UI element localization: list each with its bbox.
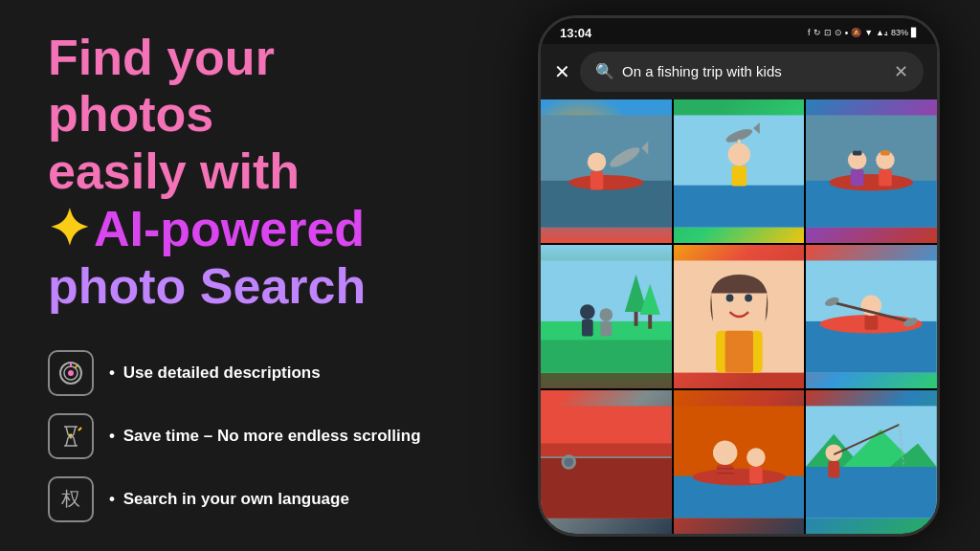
svg-rect-45 — [724, 330, 752, 372]
svg-point-58 — [564, 457, 573, 467]
svg-rect-30 — [541, 320, 672, 372]
svg-rect-33 — [582, 319, 593, 336]
feature-item-2: • Save time – No more endless scrolling — [48, 413, 450, 459]
clear-search-button[interactable]: ✕ — [894, 61, 908, 82]
svg-rect-61 — [674, 475, 805, 518]
svg-rect-14 — [674, 185, 805, 227]
svg-point-42 — [725, 294, 733, 301]
svg-rect-68 — [749, 466, 763, 483]
svg-line-51 — [835, 302, 909, 321]
headline-line3: ✦AI-powered — [48, 201, 450, 258]
photo-4[interactable] — [541, 245, 672, 388]
svg-rect-29 — [541, 260, 672, 372]
photo-9[interactable] — [806, 390, 937, 534]
status-time: 13:04 — [560, 26, 591, 40]
search-icon: 🔍 — [595, 62, 614, 80]
svg-point-63 — [713, 440, 737, 464]
language-icon: 权 — [48, 476, 94, 522]
svg-marker-72 — [843, 429, 918, 466]
svg-point-43 — [745, 294, 752, 301]
svg-rect-31 — [541, 340, 672, 372]
feature-item-3: 权 • Search in your own language — [48, 476, 450, 522]
svg-rect-20 — [806, 115, 937, 227]
svg-rect-60 — [674, 406, 805, 518]
svg-point-41 — [711, 275, 768, 331]
svg-rect-46 — [806, 260, 937, 372]
feature-text-3: • Search in your own language — [109, 490, 349, 509]
svg-rect-26 — [879, 169, 892, 187]
photo-1[interactable] — [541, 99, 672, 243]
right-panel: 13:04 f ↻ ⊡ ⊙ • 🔕 ▼ ▲₄ 83% ▊ ✕ 🔍 On a fi… — [498, 0, 980, 551]
photo-6[interactable] — [806, 245, 937, 388]
svg-point-74 — [826, 444, 843, 461]
svg-line-77 — [900, 424, 904, 466]
svg-rect-7 — [541, 180, 672, 227]
svg-rect-21 — [806, 180, 937, 227]
signal-icon: ▲₄ — [876, 28, 888, 37]
svg-line-4 — [75, 365, 78, 368]
svg-point-48 — [820, 315, 923, 334]
svg-rect-64 — [717, 464, 734, 483]
svg-point-53 — [902, 316, 919, 328]
left-panel: Find your photos easily with ✦AI-powered… — [0, 0, 498, 551]
headline: Find your photos easily with ✦AI-powered… — [48, 30, 450, 316]
svg-point-34 — [599, 308, 612, 321]
search-query-text: On a fishing trip with kids — [622, 63, 886, 79]
svg-rect-28 — [880, 150, 890, 155]
svg-marker-37 — [625, 275, 647, 312]
svg-point-52 — [824, 296, 840, 308]
svg-line-5 — [78, 428, 81, 430]
svg-rect-10 — [590, 171, 604, 190]
svg-point-9 — [588, 152, 607, 171]
svg-point-15 — [727, 143, 749, 165]
battery-graphic: ▊ — [911, 28, 918, 37]
svg-rect-70 — [806, 466, 937, 518]
svg-rect-55 — [541, 443, 672, 518]
svg-point-49 — [861, 295, 881, 315]
feature-text-1: • Use detailed descriptions — [109, 364, 321, 383]
hourglass-icon — [48, 413, 94, 459]
photo-8[interactable] — [674, 390, 805, 534]
svg-point-62 — [692, 468, 786, 485]
svg-rect-27 — [853, 150, 862, 155]
photo-3[interactable] — [806, 99, 937, 243]
bullet-3: • — [109, 490, 115, 508]
svg-marker-71 — [806, 433, 862, 466]
dot-icon: • — [845, 28, 849, 38]
svg-point-32 — [580, 304, 595, 320]
svg-marker-12 — [641, 141, 648, 154]
bullet-2: • — [109, 427, 115, 445]
feature-item-1: • Use detailed descriptions — [48, 350, 450, 396]
sparkle-icon: ✦ — [48, 201, 90, 258]
headline-line1: Find your photos — [48, 30, 450, 144]
svg-rect-69 — [806, 406, 937, 518]
bullet-1: • — [109, 364, 115, 382]
svg-point-57 — [561, 454, 576, 470]
photo-7[interactable] — [541, 390, 672, 534]
search-bar[interactable]: 🔍 On a fishing trip with kids ✕ — [580, 52, 924, 92]
feature-text-2: • Save time – No more endless scrolling — [109, 427, 421, 446]
svg-rect-36 — [635, 307, 638, 326]
svg-rect-35 — [600, 320, 612, 336]
twitch-icon: ⊡ — [824, 28, 832, 37]
svg-line-76 — [835, 424, 900, 453]
svg-rect-16 — [731, 165, 746, 186]
svg-point-17 — [724, 126, 754, 144]
svg-rect-6 — [541, 115, 672, 227]
svg-rect-75 — [829, 461, 840, 478]
phone-mockup: 13:04 f ↻ ⊡ ⊙ • 🔕 ▼ ▲₄ 83% ▊ ✕ 🔍 On a fi… — [538, 15, 940, 537]
headline-line2: easily with — [48, 143, 450, 201]
photo-2[interactable] — [674, 99, 805, 243]
photo-5[interactable] — [674, 245, 805, 388]
back-button[interactable]: ✕ — [554, 60, 570, 83]
svg-rect-47 — [806, 320, 937, 372]
svg-rect-24 — [851, 169, 864, 187]
svg-rect-56 — [541, 457, 672, 518]
svg-marker-39 — [639, 283, 659, 314]
svg-point-11 — [608, 143, 642, 170]
search-bar-container[interactable]: ✕ 🔍 On a fishing trip with kids ✕ — [541, 44, 937, 99]
mute-icon: 🔕 — [851, 28, 861, 37]
sync-icon: ↻ — [813, 28, 821, 37]
svg-point-23 — [848, 150, 867, 169]
features-list: • Use detailed descriptions • Save time … — [48, 350, 450, 522]
